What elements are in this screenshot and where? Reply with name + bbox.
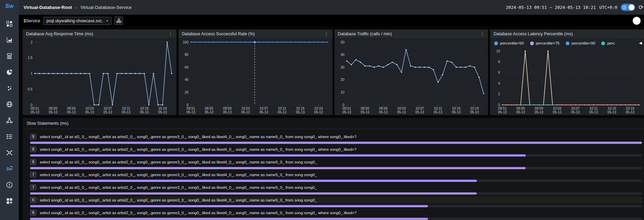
slow-statement-row: 8select song0_.id as id1_0_, song0_.arti… [30,159,642,169]
sidebar-item-database-stack[interactable] [0,48,19,64]
svg-text:10:07: 10:07 [571,107,580,110]
skywalking-logo[interactable]: Sw [5,3,14,10]
breadcrumb-separator-icon: › [76,5,77,10]
sidebar-item-pie-chart[interactable] [0,64,19,80]
sidebar-item-scatter-dots[interactable] [0,80,19,96]
svg-text:05-13: 05-13 [433,110,442,114]
legend-dot-icon [601,41,605,45]
sql-text: select song0_.id as id1_0_, song0_.artis… [40,160,317,164]
svg-text:10:19: 10:19 [158,107,167,110]
slow-statement[interactable]: 9select song0_.id as id1_0_, song0_.arti… [30,133,642,140]
task-list-icon [6,133,13,140]
duration-badge: 8 [30,146,36,152]
slow-statement[interactable]: 6select song0_.id as id1_0_, song0_.arti… [30,209,642,216]
svg-text:1: 1 [30,72,32,75]
slow-statement[interactable]: 7select song0_.id as id1_0_, song0_.arti… [30,184,642,191]
chart-title: Database Access Latency Percentile (ms) [494,32,573,36]
kebab-menu-icon[interactable]: ⋮ [168,32,173,36]
sidebar-item-network-hub[interactable] [0,145,19,161]
svg-text:10:19: 10:19 [470,107,478,110]
duration-badge: 7 [30,184,36,190]
sql-text: select song0_.id as id1_0_, song0_.artis… [40,198,317,202]
svg-text:10:11: 10:11 [122,107,131,110]
legend-item-perc[interactable]: perc [601,41,615,45]
svg-text:09:59: 09:59 [223,107,232,110]
kebab-menu-icon[interactable]: ⋮ [324,32,329,36]
svg-text:05-13: 05-13 [535,110,543,114]
chart-svg: 108642009:5105-1309:5505-1309:5905-1310:… [490,48,644,115]
svg-text:05-13: 05-13 [104,110,113,114]
svg-text:09:55: 09:55 [516,107,525,110]
svg-text:05-13: 05-13 [452,110,461,114]
duration-bar-track [30,205,642,207]
svg-text:60: 60 [185,65,189,69]
svg-text:09:59: 09:59 [535,107,543,110]
duration-bar [30,180,477,182]
sidebar-item-topology-nodes[interactable] [0,112,19,129]
sidebar-item-skywalking-active[interactable]: Sw [0,161,19,177]
slow-statement[interactable]: 7select song0_.id as id1_0_, song0_.arti… [30,171,642,178]
slow-statement-row: 7select song0_.id as id1_0_, song0_.arti… [30,184,642,195]
service-select[interactable]: psql.skywalking-showcase.svc. ▾ [43,17,111,25]
svg-text:10:03: 10:03 [85,107,94,110]
sql-text: select song0_.id as id1_0_, song0_.artis… [40,211,356,215]
breadcrumb-root[interactable]: Virtual-Database-Root [24,5,72,10]
sidebar-item-task-list[interactable] [0,129,19,145]
svg-text:05-13: 05-13 [415,110,424,114]
sidebar-item-alert-hexagon[interactable] [0,177,19,193]
svg-text:8: 8 [498,60,500,64]
slow-statement[interactable]: 8select song0_.id as id1_0_, song0_.arti… [30,146,642,152]
time-range[interactable]: 2024-05-13 09:51 ~ 2024-05-13 10:21 [506,5,596,10]
clock-icon [622,5,627,10]
legend-dot-icon [494,41,498,45]
topology-nodes-icon [6,117,13,124]
legend-item-percentile=75[interactable]: percentile=75 [530,41,560,45]
svg-text:10:07: 10:07 [260,107,268,110]
successful-rate-chart[interactable]: 10080604020009:5105-1309:5505-1309:5905-… [179,39,332,115]
latency-percentile-chart[interactable]: 108642009:5105-1309:5505-1309:5905-1310:… [490,48,644,115]
kebab-menu-icon[interactable]: ⋮ [480,32,485,36]
slow-statement-row: 8select song0_.id as id1_0_, song0_.arti… [30,146,642,157]
duration-bar [30,167,526,169]
charts-row: Database Avg Response Time (ms) ⋮ 21.510… [19,27,644,117]
svg-text:10:15: 10:15 [296,107,304,110]
auto-refresh-toggle[interactable] [621,4,635,11]
svg-text:05-13: 05-13 [360,110,369,114]
svg-text:0.5: 0.5 [28,87,32,91]
svg-text:05-13: 05-13 [470,110,479,114]
svg-text:05-13: 05-13 [223,110,232,114]
sidebar: Sw Sw [0,0,19,220]
scatter-dots-icon [6,85,13,92]
duration-bar-track [30,142,642,144]
avg-response-time-chart[interactable]: 21.510.5009:5105-1309:5505-1309:5905-131… [23,39,176,115]
legend-prev-icon[interactable]: ◀ [638,41,642,45]
svg-text:10:11: 10:11 [434,107,442,110]
svg-text:09:59: 09:59 [67,107,76,110]
network-hub-icon [6,149,13,156]
svg-text:05-13: 05-13 [241,110,250,114]
legend-item-percentile=50[interactable]: percentile=50 [494,41,524,45]
svg-text:10:11: 10:11 [590,107,598,110]
breadcrumb-current[interactable]: Virtual-Database-Service [80,5,132,10]
sidebar-item-globe[interactable] [0,96,19,112]
sidebar-item-dashboard-grid[interactable] [0,16,19,32]
svg-text:05-13: 05-13 [314,110,323,114]
svg-text:05-13: 05-13 [67,110,76,114]
slow-statement[interactable]: 8select song0_.id as id1_0_, song0_.arti… [30,159,642,165]
chart-svg: 21.510.5009:5105-1309:5505-1309:5905-131… [23,39,176,115]
traffic-chart[interactable]: 5040302010009:5105-1309:5505-1309:5905-1… [334,39,488,115]
duration-badge: 6 [30,197,36,203]
sidebar-item-grid-plus[interactable] [0,193,19,209]
duration-badge: 6 [30,210,36,216]
service-hierarchy-button[interactable] [114,16,123,25]
legend-item-percentile=90[interactable]: percentile=90 [566,41,595,45]
svg-text:05-13: 05-13 [607,110,616,114]
slow-statement[interactable]: 6select song0_.id as id1_0_, song0_.arti… [30,197,642,203]
duration-bar [30,218,428,220]
svg-text:10:15: 10:15 [140,107,148,110]
svg-text:05-13: 05-13 [278,110,287,114]
help-button[interactable] [633,17,641,25]
slow-statements-panel: Slow Statements (ms) 9select song0_.id a… [23,118,644,220]
refresh-icon[interactable]: ⟳ [639,4,644,11]
sidebar-item-bar-chart[interactable] [0,32,19,48]
